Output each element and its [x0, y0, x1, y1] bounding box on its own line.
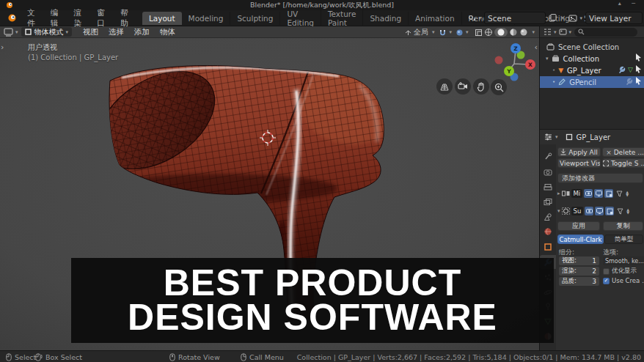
outliner-item-label: Collection	[563, 55, 599, 63]
tab-layout[interactable]: Layout	[142, 12, 182, 25]
viewport-subdiv-field[interactable]: 视图:1	[559, 256, 599, 265]
tab-scene[interactable]	[540, 210, 556, 224]
modifier-wrench-icon	[618, 66, 626, 73]
viewport-vis-button[interactable]: Viewport Vis	[557, 158, 601, 168]
tab-sculpting[interactable]: Sculpting	[230, 12, 280, 25]
outliner-filter-icon[interactable]: ▾	[559, 28, 572, 36]
realtime-toggle-icon[interactable]	[594, 189, 603, 198]
render-subdiv-field[interactable]: 渲染:2	[559, 267, 599, 276]
catmull-clark-button[interactable]: Catmull-Clark	[557, 234, 604, 244]
outliner-display-mode-icon[interactable]: ▾	[543, 28, 557, 36]
tab-output[interactable]	[540, 180, 556, 194]
zoom-view-button[interactable]	[491, 79, 507, 95]
outliner-item-collection[interactable]: ▾ Collection	[540, 53, 644, 64]
menu-object[interactable]: 物体	[155, 27, 180, 37]
tab-modeling[interactable]: Modeling	[182, 12, 231, 25]
shading-rendered-icon[interactable]	[519, 28, 528, 37]
subsurf-modifier-icon	[562, 207, 570, 215]
outliner-item-gp-layer[interactable]: • ▼ GP_Layer ▽	[540, 64, 644, 76]
quality-field[interactable]: 品质:3	[559, 277, 599, 286]
modifier-name-field[interactable]: Mi	[571, 189, 583, 198]
simple-button[interactable]: 简单型	[604, 234, 643, 244]
expand-icon[interactable]: ▾	[546, 56, 549, 62]
orthographic-toggle-button[interactable]	[436, 78, 453, 95]
outliner-search-input[interactable]	[574, 28, 637, 37]
modifier-row-mirror[interactable]: ▸ Mi ▲▼	[556, 188, 644, 199]
pointer-icon[interactable]	[635, 65, 642, 73]
modifier-row-subsurf[interactable]: ▾ Su ▲▼	[556, 205, 644, 217]
uv-smooth-dropdown[interactable]: Smooth, ke...	[603, 256, 644, 265]
properties-editor-type-icon[interactable]: ▾	[544, 133, 558, 141]
pan-view-button[interactable]	[473, 78, 489, 95]
render-toggle-icon[interactable]	[585, 207, 593, 215]
blender-menu-button[interactable]	[0, 13, 21, 23]
copy-button[interactable]: 复制	[603, 221, 643, 231]
menu-file[interactable]: 文件	[21, 8, 45, 29]
new-scene-icon[interactable]	[549, 14, 557, 22]
shading-material-icon[interactable]	[509, 28, 518, 37]
scene-selector[interactable]: Scene	[484, 12, 546, 24]
toolbar-expand-icon[interactable]: ›	[1, 43, 4, 52]
shading-solid-icon[interactable]	[494, 28, 508, 37]
tab-tool[interactable]	[540, 149, 556, 163]
shading-wireframe-icon[interactable]	[484, 28, 493, 37]
view-layer-name: View Layer	[589, 14, 632, 23]
optimize-display-checkbox[interactable]: 优化显示	[603, 267, 637, 276]
editmode-toggle-icon[interactable]	[604, 189, 613, 198]
menu-add[interactable]: 添加	[129, 27, 155, 37]
unlink-scene-icon[interactable]: ×	[560, 14, 566, 22]
proportional-editing-icon[interactable]: ▾	[455, 29, 469, 37]
scene-type-icon[interactable]: ▾	[468, 14, 482, 23]
menu-render[interactable]: 渲染	[68, 8, 92, 29]
realtime-toggle-icon[interactable]	[595, 207, 604, 215]
tab-view-layer[interactable]	[540, 195, 556, 209]
move-modifier-icons[interactable]: ▲▼	[626, 208, 629, 214]
tab-render[interactable]	[540, 165, 556, 179]
move-modifier-icons[interactable]: ▲▼	[626, 191, 629, 196]
modifier-name-field[interactable]: Su	[571, 207, 584, 215]
apply-button[interactable]: 应用	[557, 221, 600, 231]
tab-animation[interactable]: Animation	[409, 12, 462, 25]
menu-edit[interactable]: 编辑	[45, 8, 68, 29]
cage-toggle-icon[interactable]	[615, 207, 624, 215]
active-object-label: (1) Collection | GP_Layer	[28, 53, 118, 62]
tab-world[interactable]	[540, 224, 556, 238]
mouse-right-icon	[241, 353, 246, 361]
add-modifier-button[interactable]: 添加修改器	[557, 173, 643, 183]
pointer-icon[interactable]	[635, 53, 642, 62]
scene-statistics: Collection | GP_Layer | Verts:2,667 | Fa…	[297, 351, 641, 362]
tab-uv-editing[interactable]: UV Editing	[280, 7, 321, 29]
delete-all-button[interactable]: ×Delete...	[602, 147, 644, 157]
camera-view-button[interactable]	[455, 78, 471, 95]
menu-window[interactable]: 窗口	[91, 8, 114, 29]
snap-magnet-icon[interactable]: ▾	[439, 29, 452, 37]
apply-all-button[interactable]: Apply All	[557, 147, 601, 157]
show-overlays-icon[interactable]	[475, 29, 483, 37]
view-layer-icon[interactable]: ▾	[568, 14, 582, 23]
use-creases-checkbox[interactable]: ✓ Use Crea...	[603, 277, 644, 284]
window-controls[interactable]: ▴ ─	[618, 0, 640, 7]
shading-dropdown-icon[interactable]: ▾	[532, 29, 535, 35]
sidebar-expand-icon[interactable]: ‹	[535, 43, 538, 52]
expand-icon[interactable]: ▸	[557, 191, 560, 196]
toggle-stack-button[interactable]: Toggle S...	[602, 158, 644, 168]
mode-dropdown[interactable]: 物体模式 ▾	[21, 27, 73, 37]
modifier-wrench-icon	[626, 78, 633, 85]
view-layer-selector[interactable]: View Layer	[585, 12, 643, 24]
tab-shading[interactable]: Shading	[363, 12, 409, 25]
outliner-item-scene-collection[interactable]: Scene Collection	[540, 41, 644, 53]
editor-type-icon[interactable]: ▾	[4, 28, 18, 37]
render-toggle-icon[interactable]	[584, 189, 593, 198]
pointer-icon[interactable]	[635, 77, 642, 85]
menu-select[interactable]: 选择	[103, 27, 129, 37]
menu-view[interactable]: 视图	[78, 27, 103, 37]
editmode-toggle-icon[interactable]	[605, 207, 614, 215]
cage-toggle-icon[interactable]	[615, 189, 623, 198]
tab-texture-paint[interactable]: Texture Paint	[321, 7, 363, 29]
menu-help[interactable]: 帮助	[114, 8, 138, 29]
outliner-item-gpencil[interactable]: • GPencil	[540, 76, 644, 88]
transform-orientation-dropdown[interactable]: 全局▾	[404, 27, 435, 37]
mirror-modifier-icon	[562, 190, 570, 197]
tab-object[interactable]	[540, 240, 556, 254]
collapse-icon[interactable]: ▾	[557, 208, 560, 214]
